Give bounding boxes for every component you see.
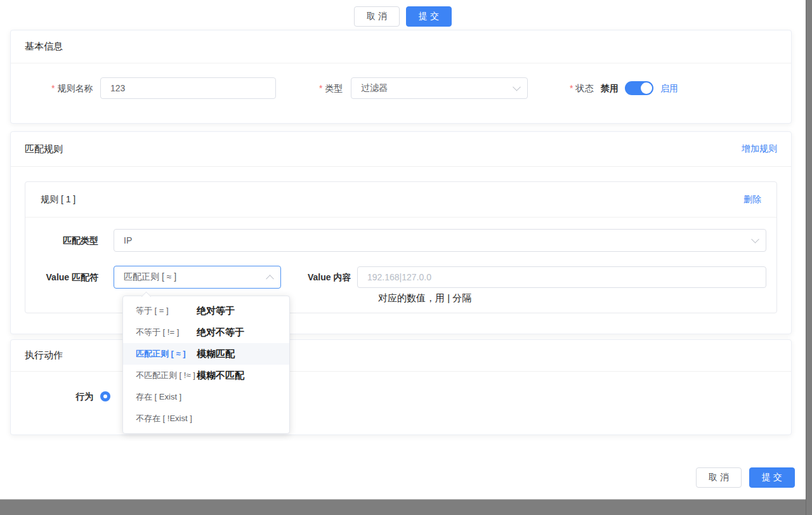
top-action-bar: 取 消 提 交 (0, 6, 806, 27)
type-select-value: 过滤器 (361, 82, 388, 94)
value-matcher-label: Value 匹配符 (25, 266, 98, 289)
toggle-knob (641, 82, 652, 94)
type-label: *类型 (319, 77, 343, 99)
dropdown-option-not-exist[interactable]: 不存在 [ !Exist ] (123, 408, 289, 429)
match-type-label: 匹配类型 (25, 229, 98, 252)
match-type-select[interactable]: IP (114, 229, 766, 252)
dropdown-option-regex-match[interactable]: 匹配正则 [ ≈ ] 模糊匹配 (123, 343, 289, 365)
behavior-radio-checked[interactable] (100, 391, 110, 401)
submit-button-top[interactable]: 提 交 (406, 6, 452, 27)
value-content-label: Value 内容 (308, 266, 351, 289)
value-matcher-select-value: 匹配正则 [ ≈ ] (124, 271, 176, 283)
behavior-label: 行为 (75, 386, 93, 407)
basic-info-title: 基本信息 (25, 41, 63, 53)
match-rules-title: 匹配规则 (25, 143, 63, 155)
chevron-down-icon (751, 235, 759, 244)
value-content-input[interactable] (357, 266, 766, 288)
dropdown-option-regex-not-match[interactable]: 不匹配正则 [ !≈ ] 模糊不匹配 (123, 365, 289, 386)
window-right-edge (806, 0, 812, 515)
rule-edit-page: 取 消 提 交 基本信息 *规则名称 *类型 过滤器 *状态 禁用 启用 匹配规… (0, 0, 812, 515)
dropdown-option-equals[interactable]: 等于 [ = ] 绝对等于 (123, 300, 289, 322)
basic-info-header: 基本信息 (11, 30, 791, 63)
value-matcher-row: Value 匹配符 匹配正则 [ ≈ ] Value 内容 (25, 266, 776, 289)
rule-name-input[interactable] (100, 77, 276, 99)
value-matcher-select[interactable]: 匹配正则 [ ≈ ] (114, 266, 281, 289)
dropdown-option-exist[interactable]: 存在 [ Exist ] (123, 386, 289, 408)
action-card-title: 执行动作 (25, 349, 63, 362)
cancel-button-top[interactable]: 取 消 (354, 6, 400, 27)
match-rules-header: 匹配规则 增加规则 (11, 132, 791, 167)
type-select[interactable]: 过滤器 (351, 77, 528, 99)
rule-name-label: *规则名称 (51, 77, 93, 99)
delete-rule-link[interactable]: 删除 (743, 194, 761, 205)
rule-1-title: 规则 [ 1 ] (41, 194, 75, 205)
match-type-select-value: IP (124, 235, 132, 245)
rule-1-card: 规则 [ 1 ] 删除 匹配类型 IP Value 匹配符 匹配正则 [ ≈ ]… (25, 181, 777, 313)
status-off-label: 禁用 (601, 77, 619, 99)
footer-action-bar: 取 消 提 交 (696, 467, 795, 488)
match-type-row: 匹配类型 IP (25, 229, 776, 252)
chevron-down-icon (513, 83, 521, 91)
basic-info-form-row: *规则名称 *类型 过滤器 *状态 禁用 启用 (11, 77, 791, 99)
cancel-button-bottom[interactable]: 取 消 (696, 467, 742, 488)
status-label: *状态 (570, 77, 593, 99)
add-rule-link[interactable]: 增加规则 (742, 143, 777, 155)
submit-button-bottom[interactable]: 提 交 (749, 467, 795, 488)
required-asterisk: * (51, 83, 55, 93)
status-toggle[interactable] (625, 81, 653, 95)
dropdown-option-not-equals[interactable]: 不等于 [ != ] 绝对不等于 (123, 322, 289, 343)
rule-1-header: 规则 [ 1 ] 删除 (25, 182, 776, 218)
required-asterisk: * (319, 83, 322, 93)
window-bottom-edge (0, 499, 812, 515)
value-matcher-dropdown: 等于 [ = ] 绝对等于 不等于 [ != ] 绝对不等于 匹配正则 [ ≈ … (122, 296, 290, 434)
required-asterisk: * (570, 83, 573, 93)
value-content-hint: 对应的数值，用 | 分隔 (378, 292, 471, 304)
chevron-up-icon (266, 275, 274, 283)
status-on-label: 启用 (660, 77, 678, 99)
basic-info-card: 基本信息 *规则名称 *类型 过滤器 *状态 禁用 启用 (10, 30, 792, 124)
